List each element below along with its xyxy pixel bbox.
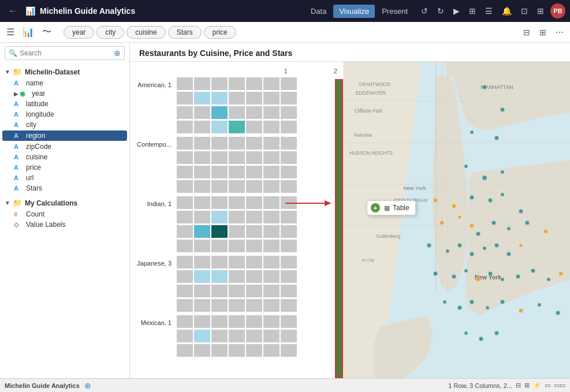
heatmap-cell[interactable] xyxy=(263,285,280,297)
heatmap-cell[interactable] xyxy=(211,211,228,223)
heatmap-cell[interactable] xyxy=(194,315,210,328)
heatmap-cell[interactable] xyxy=(281,270,297,283)
pill-city[interactable]: city xyxy=(96,26,124,39)
redo-button[interactable]: ↻ xyxy=(434,5,447,17)
heatmap-cell[interactable] xyxy=(263,256,280,268)
heatmap-cell[interactable] xyxy=(246,151,262,164)
heatmap-cell[interactable] xyxy=(246,225,262,238)
heatmap-cell[interactable] xyxy=(229,180,245,193)
heatmap-cell[interactable] xyxy=(246,256,262,268)
heatmap-cell[interactable] xyxy=(229,256,245,268)
nav-visualize[interactable]: Visualize xyxy=(333,5,375,18)
line-icon[interactable]: 〜 xyxy=(39,25,54,39)
heatmap-cell[interactable] xyxy=(177,180,193,193)
heatmap-cell[interactable] xyxy=(177,151,193,164)
bell-button[interactable]: 🔔 xyxy=(499,5,515,17)
heatmap-cell[interactable] xyxy=(211,106,228,119)
bottombar-ctrl-5[interactable]: ▭▭ xyxy=(554,382,565,389)
heatmap-cell[interactable] xyxy=(211,180,228,193)
heatmap-cell[interactable] xyxy=(281,121,297,133)
heatmap-cell[interactable] xyxy=(177,137,193,150)
heatmap-cell[interactable] xyxy=(194,211,210,223)
field-city[interactable]: A city xyxy=(0,120,129,130)
heatmap-cell[interactable] xyxy=(229,270,245,283)
back-button[interactable]: ← xyxy=(5,5,21,17)
heatmap-cell[interactable] xyxy=(263,270,280,283)
bottombar-add-tab[interactable]: ⊕ xyxy=(84,381,91,390)
heatmap-cell[interactable] xyxy=(211,256,228,268)
heatmap-cell[interactable] xyxy=(263,137,280,150)
heatmap-cell[interactable] xyxy=(177,196,193,209)
heatmap-cell[interactable] xyxy=(263,211,280,223)
pill-stars[interactable]: Stars xyxy=(168,26,202,39)
heatmap-cell[interactable] xyxy=(246,121,262,133)
heatmap-cell[interactable] xyxy=(211,92,228,104)
add-field-button[interactable]: ⊕ xyxy=(114,48,121,58)
heatmap-cell[interactable] xyxy=(246,77,262,90)
heatmap-cell[interactable] xyxy=(246,315,262,328)
heatmap-cell[interactable] xyxy=(194,240,210,252)
heatmap-cell[interactable] xyxy=(246,344,262,357)
bottombar-ctrl-1[interactable]: ⊟ xyxy=(516,382,521,389)
heatmap-cell[interactable] xyxy=(211,151,228,164)
heatmap-cell[interactable] xyxy=(177,256,193,268)
heatmap-cell[interactable] xyxy=(263,121,280,133)
heatmap-cell[interactable] xyxy=(263,315,280,328)
heatmap-cell[interactable] xyxy=(211,315,228,328)
heatmap-cell[interactable] xyxy=(281,299,297,312)
heatmap-cell[interactable] xyxy=(229,137,245,150)
heatmap-cell[interactable] xyxy=(246,299,262,312)
heatmap-cell[interactable] xyxy=(194,256,210,268)
undo-button[interactable]: ↺ xyxy=(418,5,431,17)
pill-year[interactable]: year xyxy=(64,26,94,39)
field-region[interactable]: A region xyxy=(2,130,127,141)
heatmap-cell[interactable] xyxy=(281,256,297,268)
heatmap-cell[interactable] xyxy=(229,121,245,133)
heatmap-cell[interactable] xyxy=(263,225,280,238)
heatmap-cell[interactable] xyxy=(263,77,280,90)
heatmap-cell[interactable] xyxy=(177,285,193,297)
heatmap-cell[interactable] xyxy=(281,77,297,90)
heatmap-cell[interactable] xyxy=(177,106,193,119)
field-year[interactable]: ▶ ◉ year xyxy=(0,88,129,99)
sidebar-toggle-icon[interactable]: ☰ xyxy=(3,25,17,39)
heatmap-cell[interactable] xyxy=(281,137,297,150)
heatmap-cell[interactable] xyxy=(246,330,262,342)
heatmap-cell[interactable] xyxy=(281,211,297,223)
heatmap-cell[interactable] xyxy=(194,344,210,357)
heatmap-cell[interactable] xyxy=(194,77,210,90)
heatmap-cell[interactable] xyxy=(229,92,245,104)
heatmap-cell[interactable] xyxy=(177,225,193,238)
heatmap-cell[interactable] xyxy=(194,137,210,150)
heatmap-cell[interactable] xyxy=(211,270,228,283)
heatmap-cell[interactable] xyxy=(263,180,280,193)
heatmap-cell[interactable] xyxy=(211,137,228,150)
heatmap-cell[interactable] xyxy=(194,92,210,104)
heatmap-cell[interactable] xyxy=(246,106,262,119)
heatmap-cell[interactable] xyxy=(246,180,262,193)
heatmap-cell[interactable] xyxy=(281,166,297,178)
heatmap-cell[interactable] xyxy=(211,285,228,297)
field-latitude[interactable]: A latitude xyxy=(0,99,129,109)
heatmap-cell[interactable] xyxy=(263,330,280,342)
heatmap-cell[interactable] xyxy=(177,344,193,357)
heatmap-cell[interactable] xyxy=(281,330,297,342)
heatmap-cell[interactable] xyxy=(263,344,280,357)
heatmap-cell[interactable] xyxy=(263,166,280,178)
heatmap-cell[interactable] xyxy=(211,166,228,178)
heatmap-cell[interactable] xyxy=(177,240,193,252)
heatmap-cell[interactable] xyxy=(246,137,262,150)
heatmap-cell[interactable] xyxy=(263,151,280,164)
heatmap-cell[interactable] xyxy=(229,211,245,223)
heatmap-cell[interactable] xyxy=(177,121,193,133)
heatmap-cell[interactable] xyxy=(281,225,297,238)
heatmap-cell[interactable] xyxy=(194,330,210,342)
heatmap-cell[interactable] xyxy=(177,92,193,104)
heatmap-cell[interactable] xyxy=(229,106,245,119)
filter-icon[interactable]: ⊟ xyxy=(520,27,533,38)
pill-cuisine[interactable]: cuisine xyxy=(126,26,165,39)
heatmap-cell[interactable] xyxy=(263,299,280,312)
avatar[interactable]: PB xyxy=(550,3,565,18)
calc-value-labels[interactable]: ◇ Value Labels xyxy=(0,219,129,230)
field-zipcode[interactable]: A zipCode xyxy=(0,141,129,152)
